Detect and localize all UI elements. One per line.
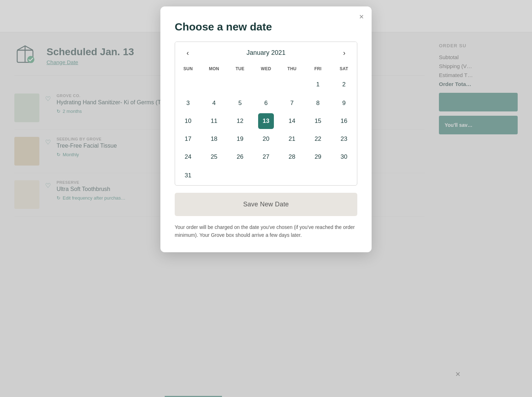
calendar-cell-2-6: 16: [331, 112, 357, 130]
day-25[interactable]: 25: [206, 149, 222, 165]
day-9[interactable]: 9: [336, 95, 352, 111]
calendar-cell-4-4: 28: [279, 148, 305, 166]
calendar-container: ‹ January 2021 › SUN MON TUE WED THU FRI…: [175, 42, 357, 186]
calendar-cell-0-3: [253, 75, 279, 94]
day-24[interactable]: 24: [180, 149, 196, 165]
calendar-cell-5-5: [305, 166, 331, 185]
weekday-sat: SAT: [331, 63, 357, 75]
calendar-week-1: 12: [175, 75, 357, 94]
day-23[interactable]: 23: [336, 131, 352, 147]
day-20[interactable]: 20: [258, 131, 274, 147]
empty-day-cell: [232, 76, 248, 92]
empty-day-cell: [310, 167, 326, 183]
calendar-cell-4-0: 24: [175, 148, 201, 166]
weekday-tue: TUE: [227, 63, 253, 75]
empty-day-cell: [336, 167, 352, 183]
calendar-cell-3-6: 23: [331, 130, 357, 148]
day-6[interactable]: 6: [258, 95, 274, 111]
calendar-cell-5-6: [331, 166, 357, 185]
calendar-cell-1-4: 7: [279, 94, 305, 112]
calendar-cell-2-2: 12: [227, 112, 253, 130]
day-21[interactable]: 21: [284, 131, 300, 147]
empty-day-cell: [284, 76, 300, 92]
weekday-sun: SUN: [175, 63, 201, 75]
calendar-cell-4-3: 27: [253, 148, 279, 166]
day-30[interactable]: 30: [336, 149, 352, 165]
day-22[interactable]: 22: [310, 131, 326, 147]
calendar-week-5: 24252627282930: [175, 148, 357, 166]
modal-overlay: × Choose a new date ‹ January 2021 › SUN…: [0, 0, 532, 397]
calendar-cell-2-3: 13: [253, 112, 279, 130]
day-12[interactable]: 12: [232, 113, 248, 129]
day-1[interactable]: 1: [310, 77, 326, 92]
day-2[interactable]: 2: [336, 77, 352, 92]
day-7[interactable]: 7: [284, 95, 300, 111]
day-4[interactable]: 4: [206, 95, 222, 111]
day-15[interactable]: 15: [310, 113, 326, 129]
calendar-cell-3-3: 20: [253, 130, 279, 148]
calendar-cell-5-2: [227, 166, 253, 185]
empty-day-cell: [206, 76, 222, 92]
next-month-button[interactable]: ›: [340, 48, 348, 58]
calendar-cell-2-4: 14: [279, 112, 305, 130]
calendar-cell-1-1: 4: [201, 94, 227, 112]
calendar-cell-0-0: [175, 75, 201, 94]
calendar-cell-4-5: 29: [305, 148, 331, 166]
modal-close-button[interactable]: ×: [359, 13, 364, 21]
calendar-cell-0-4: [279, 75, 305, 94]
empty-day-cell: [258, 76, 274, 92]
day-18[interactable]: 18: [206, 131, 222, 147]
calendar-cell-2-1: 11: [201, 112, 227, 130]
day-27[interactable]: 27: [258, 149, 274, 165]
calendar-grid: SUN MON TUE WED THU FRI SAT 123456789101…: [175, 63, 357, 185]
day-26[interactable]: 26: [232, 149, 248, 165]
date-picker-modal: × Choose a new date ‹ January 2021 › SUN…: [160, 6, 372, 252]
calendar-cell-4-6: 30: [331, 148, 357, 166]
day-29[interactable]: 29: [310, 149, 326, 165]
day-3[interactable]: 3: [180, 95, 196, 111]
calendar-cell-2-0: 10: [175, 112, 201, 130]
prev-month-button[interactable]: ‹: [184, 48, 192, 58]
calendar-cell-3-4: 21: [279, 130, 305, 148]
weekday-mon: MON: [201, 63, 227, 75]
calendar-cell-1-2: 5: [227, 94, 253, 112]
calendar-cell-5-3: [253, 166, 279, 185]
empty-day-cell: [258, 167, 274, 183]
day-5[interactable]: 5: [232, 95, 248, 111]
empty-day-cell: [206, 167, 222, 183]
calendar-cell-5-0: 31: [175, 166, 201, 185]
calendar-cell-4-2: 26: [227, 148, 253, 166]
day-28[interactable]: 28: [284, 149, 300, 165]
weekday-thu: THU: [279, 63, 305, 75]
day-31[interactable]: 31: [180, 168, 196, 183]
calendar-cell-5-1: [201, 166, 227, 185]
day-19[interactable]: 19: [232, 131, 248, 147]
day-8[interactable]: 8: [310, 95, 326, 111]
calendar-cell-4-1: 25: [201, 148, 227, 166]
empty-day-cell: [284, 167, 300, 183]
calendar-cell-0-1: [201, 75, 227, 94]
calendar-cell-1-6: 9: [331, 94, 357, 112]
weekday-fri: FRI: [305, 63, 331, 75]
modal-title: Choose a new date: [175, 21, 357, 33]
calendar-week-6: 31: [175, 166, 357, 185]
calendar-week-2: 3456789: [175, 94, 357, 112]
calendar-cell-0-6: 2: [331, 75, 357, 94]
calendar-cell-3-1: 18: [201, 130, 227, 148]
calendar-cell-1-3: 6: [253, 94, 279, 112]
calendar-month-title: January 2021: [246, 49, 285, 57]
modal-info-text: Your order will be charged on the date y…: [175, 223, 357, 239]
save-new-date-button[interactable]: Save New Date: [175, 193, 357, 216]
calendar-cell-5-4: [279, 166, 305, 185]
day-17[interactable]: 17: [180, 131, 196, 147]
day-10[interactable]: 10: [180, 113, 196, 129]
day-16[interactable]: 16: [336, 113, 352, 129]
calendar-cell-1-5: 8: [305, 94, 331, 112]
day-13[interactable]: 13: [258, 113, 274, 129]
calendar-week-3: 10111213141516: [175, 112, 357, 130]
calendar-header: ‹ January 2021 ›: [175, 42, 357, 63]
day-11[interactable]: 11: [206, 113, 222, 129]
day-14[interactable]: 14: [284, 113, 300, 129]
weekday-header-row: SUN MON TUE WED THU FRI SAT: [175, 63, 357, 75]
calendar-cell-3-2: 19: [227, 130, 253, 148]
